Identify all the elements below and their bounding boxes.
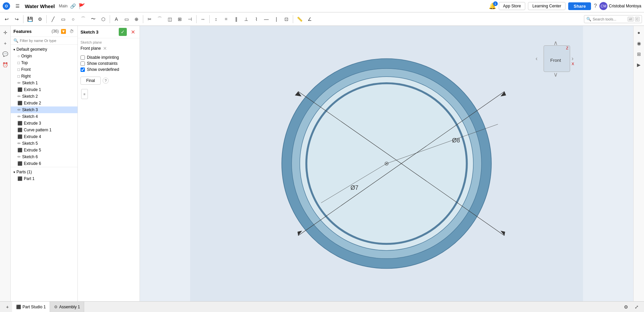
sidebar-icon-history[interactable]: ⏰ [1, 61, 9, 69]
kbd-c: C [635, 17, 640, 21]
ruler-tool[interactable]: 📏 [295, 14, 304, 24]
sketch2-item[interactable]: ✏ Sketch 2 [11, 93, 77, 100]
svg-text:‹: ‹ [536, 55, 538, 62]
features-clock-button[interactable]: ⏱ [68, 28, 75, 35]
sketch-help-button[interactable]: ? [103, 78, 109, 84]
sketch3-item[interactable]: ✏ Sketch 3 [11, 106, 77, 113]
fillet-tool[interactable]: ⌒ [155, 14, 164, 24]
features-search-input[interactable] [20, 39, 75, 43]
default-geometry-header[interactable]: ▾ Default geometry [11, 46, 77, 53]
collinear-tool[interactable]: ‖ [231, 14, 241, 24]
disable-imprinting-row[interactable]: Disable imprinting [80, 55, 137, 60]
front-item[interactable]: □ Front [11, 66, 77, 73]
redo-button[interactable]: ↪ [12, 14, 21, 24]
learning-center-button[interactable]: Learning Center [528, 2, 566, 10]
sidebar-icon-comment[interactable]: 💬 [1, 50, 9, 58]
app-store-button[interactable]: App Store [499, 2, 525, 10]
sketch6-item[interactable]: ✏ Sketch 6 [11, 153, 77, 160]
circle-tool[interactable]: ○ [68, 14, 78, 24]
extrude3-item[interactable]: ⬛ Extrude 3 [11, 120, 77, 127]
save-button[interactable]: 💾 [25, 14, 35, 24]
canvas-area[interactable]: Ø8 Ø7 3 Front Z X ‹ › ∧ ∨ [140, 26, 633, 301]
sketch-header: Sketch 3 ✓ ✕ [78, 26, 140, 38]
parts-header[interactable]: ▾ Parts (1) [11, 169, 77, 175]
right-icon-animate[interactable]: ▶ [635, 61, 643, 69]
extrude4-item[interactable]: ⬛ Extrude 4 [11, 133, 77, 140]
right-icon-appearance[interactable]: ● [635, 29, 643, 37]
text-tool[interactable]: A [112, 14, 121, 24]
main-badge: Main [59, 4, 67, 8]
link-icon[interactable]: 🔗 [70, 3, 76, 9]
clear-plane-button[interactable]: ✕ [103, 46, 107, 51]
hamburger-menu[interactable]: ☰ [13, 1, 22, 11]
app-title: Water Wheel [25, 3, 55, 9]
svg-text:∧: ∧ [553, 40, 558, 46]
origin-item[interactable]: ○ Origin [11, 53, 77, 59]
extrude1-item[interactable]: ⬛ Extrude 1 [11, 86, 77, 93]
sketch-confirm-button[interactable]: ✓ [119, 28, 127, 36]
curve-pattern1-item[interactable]: ⬛ Curve pattern 1 [11, 127, 77, 133]
kbd-alt: alt [628, 17, 634, 21]
horiz-tool[interactable]: — [262, 14, 271, 24]
spline-tool[interactable]: 〜 [89, 14, 98, 24]
fix-tool[interactable]: ⊡ [282, 14, 291, 24]
help-button[interactable]: ? [594, 3, 597, 9]
equal-tool[interactable]: = [221, 14, 231, 24]
part1-item[interactable]: ⬛ Part 1 [11, 175, 77, 182]
search-input[interactable] [593, 17, 626, 21]
sidebar-icon-cursor[interactable]: ✛ [1, 29, 9, 37]
perp-tool[interactable]: ⊥ [241, 14, 251, 24]
sketch4-item[interactable]: ✏ Sketch 4 [11, 113, 77, 120]
features-filter-button[interactable]: 🔽 [60, 28, 67, 35]
rect-tool[interactable]: ▭ [58, 14, 68, 24]
dim-tool[interactable]: ↕ [211, 14, 221, 24]
sketch1-item[interactable]: ✏ Sketch 1 [11, 80, 77, 86]
user-area[interactable]: CM Cristobal Montoya [599, 2, 641, 10]
settings-button[interactable]: ⚙ [35, 14, 45, 24]
extrude2-item[interactable]: ⬛ Extrude 2 [11, 100, 77, 106]
share-button[interactable]: Share [568, 2, 591, 10]
slot-tool[interactable]: ▭ [122, 14, 131, 24]
tab-assembly[interactable]: ⚙ Assembly 1 [50, 302, 84, 312]
front-icon: □ [17, 67, 20, 72]
collapse-panel-button[interactable]: ≡ [81, 89, 88, 99]
sketch-panel: Sketch 3 ✓ ✕ Sketch plane Front plane ✕ … [78, 26, 140, 301]
show-constraints-checkbox[interactable] [80, 61, 85, 66]
right-item[interactable]: □ Right [11, 73, 77, 80]
extrude5-item[interactable]: ⬛ Extrude 5 [11, 147, 77, 153]
disable-imprinting-checkbox[interactable] [80, 55, 85, 60]
vert-tool[interactable]: | [272, 14, 281, 24]
tab-assembly-label: Assembly 1 [59, 305, 80, 309]
show-constraints-row[interactable]: Show constraints [80, 61, 137, 66]
notifications-button[interactable]: 🔔 1 [489, 2, 496, 10]
arc-tool[interactable]: ⌒ [78, 14, 88, 24]
polygon-tool[interactable]: ⬡ [99, 14, 108, 24]
show-overdefined-checkbox[interactable] [80, 68, 85, 72]
add-tab-button[interactable]: + [3, 302, 12, 312]
bottom-expand-button[interactable]: ⤢ [632, 302, 641, 312]
sketch-cancel-button[interactable]: ✕ [129, 28, 137, 36]
transform-tool[interactable]: ↔ [198, 14, 208, 24]
part1-label: Part 1 [24, 176, 35, 181]
final-button[interactable]: Final [80, 77, 101, 85]
extrude6-item[interactable]: ⬛ Extrude 6 [11, 160, 77, 167]
bottom-settings-button[interactable]: ⚙ [621, 302, 631, 312]
flag-icon[interactable]: 🚩 [78, 3, 85, 9]
line-tool[interactable]: ╱ [48, 14, 58, 24]
trim-tool[interactable]: ✂ [145, 14, 154, 24]
pattern-tool[interactable]: ⊞ [175, 14, 184, 24]
show-overdefined-row[interactable]: Show overdefined [80, 67, 137, 72]
right-icon-render[interactable]: ◉ [635, 39, 643, 47]
pt-tool[interactable]: ⊕ [132, 14, 141, 24]
tab-part-studio[interactable]: ⬛ Part Studio 1 [12, 302, 50, 312]
offset-tool[interactable]: ◫ [165, 14, 174, 24]
sketch5-item[interactable]: ✏ Sketch 5 [11, 140, 77, 147]
tangent-tool[interactable]: ⌇ [252, 14, 261, 24]
undo-button[interactable]: ↩ [2, 14, 11, 24]
right-icon-explode[interactable]: ⊞ [635, 50, 643, 58]
top-item[interactable]: □ Top [11, 59, 77, 66]
parts-section: ▾ Parts (1) ⬛ Part 1 [11, 167, 77, 183]
sidebar-icon-add[interactable]: + [1, 39, 9, 47]
mirror-tool[interactable]: ⊣ [185, 14, 195, 24]
angle-tool[interactable]: ∠ [305, 14, 314, 24]
